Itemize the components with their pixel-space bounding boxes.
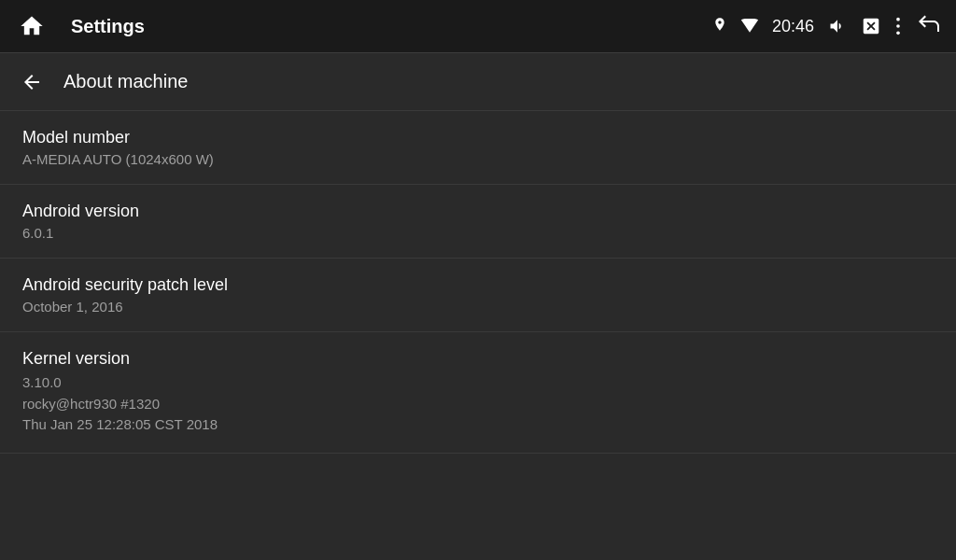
back-button[interactable] [15,65,49,99]
volume-icon[interactable] [827,17,848,35]
kernel-version-line2: rocky@hctr930 #1320 [22,394,934,415]
svg-point-2 [896,32,900,35]
status-bar-left: Settings [15,9,145,43]
security-patch-value: October 1, 2016 [22,299,934,315]
android-version-value: 6.0.1 [22,225,934,241]
status-bar-title: Settings [71,16,145,37]
status-bar-right: 20:46 [712,15,941,37]
sub-header: About machine [0,53,956,111]
content-area: Model number A-MEDIA AUTO (956x560 W) A… [0,111,956,454]
kernel-version-row: Kernel version 3.10.0 rocky@hctr930 #132… [0,332,956,454]
status-time: 20:46 [772,17,814,36]
back-system-icon[interactable] [915,15,941,37]
kernel-version-line1: 3.10.0 [22,372,934,394]
kernel-version-label: Kernel version [22,349,934,369]
wifi-icon [740,19,759,34]
android-version-label: Android version [22,202,934,221]
more-options-icon[interactable] [894,16,902,36]
svg-point-0 [896,18,900,21]
model-number-row: Model number A-MEDIA AUTO (956x560 W) [0,111,956,185]
security-patch-label: Android security patch level [22,275,934,295]
home-icon[interactable] [15,9,49,43]
security-patch-row: Android security patch level October 1, … [0,259,956,332]
status-bar: Settings 20:46 [0,0,956,52]
location-icon [712,17,727,35]
kernel-version-value: 3.10.0 rocky@hctr930 #1320 Thu Jan 25 12… [22,372,934,436]
model-number-label: Model number [22,128,934,147]
svg-point-1 [896,24,900,28]
android-version-row: Android version 6.0.1 [0,185,956,259]
model-number-value: A-MEDIA AUTO (956x560 W) [22,151,934,167]
kernel-version-line3: Thu Jan 25 12:28:05 CST 2018 [22,414,934,436]
close-box-icon[interactable] [861,16,881,36]
sub-header-title: About machine [63,71,188,92]
